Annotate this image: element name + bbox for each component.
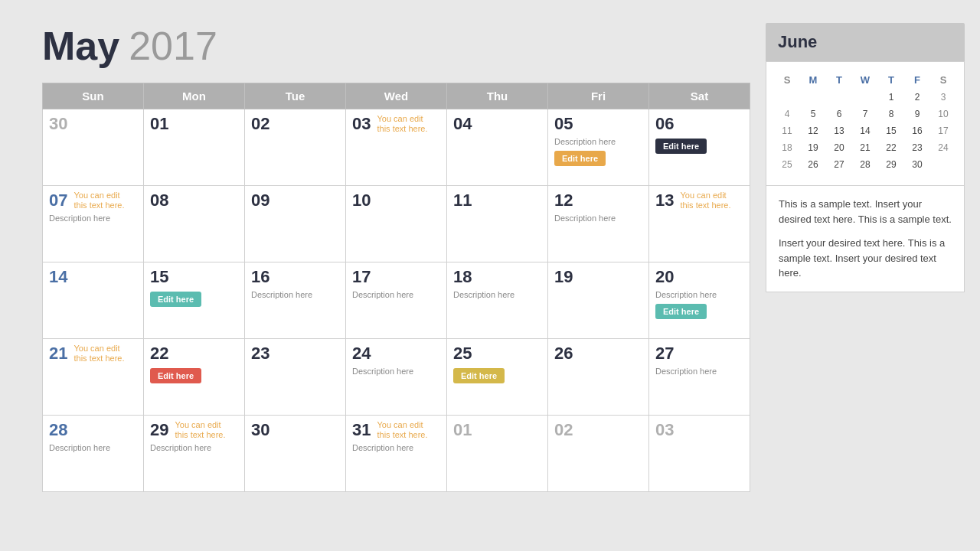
edit-button[interactable]: Edit here — [554, 151, 606, 166]
edit-button[interactable]: Edit here — [655, 139, 707, 154]
day-number: 05 — [554, 114, 573, 134]
mini-cal-cell: 20 — [826, 139, 852, 156]
description-text: Description here — [352, 443, 440, 452]
week-row-3: 21You can edit this text here.22Edit her… — [43, 339, 750, 416]
weekday-header-sat: Sat — [649, 83, 750, 109]
mini-cal-row: 252627282930 — [774, 156, 956, 173]
day-number: 29 — [150, 420, 168, 440]
day-number: 13 — [655, 191, 674, 210]
mini-cal-cell: 25 — [774, 156, 800, 173]
day-number: 28 — [49, 420, 67, 440]
day-cell: 31You can edit this text here.Descriptio… — [346, 416, 447, 492]
day-cell: 16Description here — [245, 262, 346, 339]
mini-cal-cell: 28 — [852, 156, 878, 173]
mini-cal-cell: 30 — [904, 156, 930, 173]
day-header: 15 — [150, 267, 238, 287]
mini-cal-cell: 12 — [800, 122, 826, 139]
day-cell: 04 — [447, 109, 548, 186]
mini-cal-cell — [826, 89, 852, 106]
mini-cal-cell: 24 — [930, 139, 956, 156]
edit-inline-text[interactable]: You can edit this text here. — [680, 191, 730, 210]
mini-cal-header: S — [774, 71, 800, 89]
weekday-header-sun: Sun — [43, 83, 144, 109]
day-header: 08 — [150, 191, 238, 210]
mini-cal-cell: 7 — [852, 106, 878, 122]
mini-cal-cell: 6 — [826, 106, 852, 122]
edit-button[interactable]: Edit here — [655, 304, 707, 319]
mini-cal-header-row: SMTWTFS — [774, 71, 956, 89]
day-cell: 27Description here — [649, 339, 750, 416]
sidebar-text-block: This is a sample text. Insert your desir… — [766, 186, 965, 292]
mini-cal-cell: 10 — [930, 106, 956, 122]
mini-cal-cell: 3 — [930, 89, 956, 106]
day-cell: 07You can edit this text here.Descriptio… — [43, 186, 144, 262]
mini-cal-cell: 26 — [800, 156, 826, 173]
day-number: 23 — [251, 344, 270, 364]
day-number: 15 — [150, 267, 168, 287]
description-text: Description here — [49, 214, 137, 223]
day-cell: 30 — [245, 416, 346, 492]
day-number: 31 — [352, 420, 371, 440]
mini-cal-header: T — [826, 71, 852, 89]
day-number: 24 — [352, 344, 371, 364]
day-number: 10 — [352, 191, 371, 210]
day-header: 14 — [49, 267, 137, 287]
day-cell: 14 — [43, 262, 144, 339]
mini-cal-cell: 11 — [774, 122, 800, 139]
day-header: 01 — [453, 420, 541, 440]
day-header: 01 — [150, 114, 238, 134]
mini-cal-head: SMTWTFS — [774, 71, 956, 89]
day-number: 20 — [655, 267, 674, 287]
day-cell: 12Description here — [548, 186, 649, 262]
edit-inline-text[interactable]: You can edit this text here. — [74, 344, 124, 364]
day-header: 26 — [554, 344, 642, 364]
day-header: 12 — [554, 191, 642, 210]
weekday-header-mon: Mon — [144, 83, 245, 109]
description-text: Description here — [49, 443, 137, 452]
sidebar-text-1: This is a sample text. Insert your desir… — [779, 197, 952, 227]
mini-cal-header: F — [904, 71, 930, 89]
day-header: 30 — [251, 420, 339, 440]
day-cell: 03You can edit this text here. — [346, 109, 447, 186]
day-cell: 03 — [649, 416, 750, 492]
day-cell: 08 — [144, 186, 245, 262]
edit-button[interactable]: Edit here — [453, 368, 505, 383]
day-cell: 28Description here — [43, 416, 144, 492]
mini-cal-cell: 21 — [852, 139, 878, 156]
day-header: 29You can edit this text here. — [150, 420, 238, 440]
mini-cal-cell: 4 — [774, 106, 800, 122]
mini-cal-cell: 16 — [904, 122, 930, 139]
edit-inline-text[interactable]: You can edit this text here. — [74, 191, 124, 210]
edit-button[interactable]: Edit here — [150, 292, 201, 307]
day-cell: 20Description hereEdit here — [649, 262, 750, 339]
day-number: 16 — [251, 267, 270, 287]
mini-cal-cell: 27 — [826, 156, 852, 173]
day-cell: 26 — [548, 339, 649, 416]
mini-cal-cell: 14 — [852, 122, 878, 139]
day-cell: 19 — [548, 262, 649, 339]
day-cell: 17Description here — [346, 262, 447, 339]
description-text: Description here — [352, 290, 440, 299]
day-cell: 25Edit here — [447, 339, 548, 416]
day-number: 03 — [655, 420, 674, 440]
edit-inline-text[interactable]: You can edit this text here. — [175, 420, 225, 440]
day-number: 25 — [453, 344, 472, 364]
day-header: 23 — [251, 344, 339, 364]
day-cell: 15Edit here — [144, 262, 245, 339]
year-label: 2017 — [129, 23, 217, 69]
day-number: 14 — [49, 267, 67, 287]
edit-inline-text[interactable]: You can edit this text here. — [377, 420, 427, 440]
day-cell: 02 — [548, 416, 649, 492]
mini-cal-row: 45678910 — [774, 106, 956, 122]
edit-inline-text[interactable]: You can edit this text here. — [377, 114, 427, 134]
day-header: 24 — [352, 344, 440, 364]
mini-cal-cell: 13 — [826, 122, 852, 139]
edit-button[interactable]: Edit here — [150, 368, 201, 383]
day-header: 04 — [453, 114, 541, 134]
day-header: 16 — [251, 267, 339, 287]
day-cell: 24Description here — [346, 339, 447, 416]
mini-cal-body: 1234567891011121314151617181920212223242… — [774, 89, 956, 173]
main-calendar: May 2017 SunMonTueWedThuFriSat 30010203Y… — [42, 23, 750, 536]
day-cell: 21You can edit this text here. — [43, 339, 144, 416]
month-label: May — [42, 23, 119, 69]
